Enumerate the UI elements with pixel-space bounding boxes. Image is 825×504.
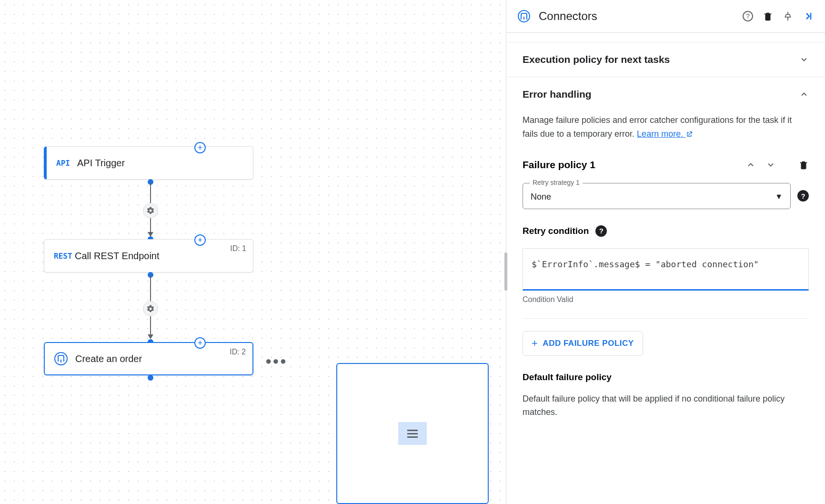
edge-settings-button[interactable] <box>143 203 158 218</box>
section-title: Execution policy for next tasks <box>523 54 670 65</box>
field-help-button[interactable]: ? <box>797 190 809 202</box>
retry-condition-input[interactable]: $`ErrorInfo`.message$ = "aborted connect… <box>523 248 809 291</box>
node-id: ID: 2 <box>230 348 246 356</box>
connector-arrow <box>148 334 153 339</box>
add-node-button[interactable]: + <box>194 234 206 246</box>
field-help-button[interactable]: ? <box>595 225 607 237</box>
node-create-order[interactable]: Create an order ID: 2 <box>44 342 253 375</box>
api-icon: API <box>56 159 70 168</box>
retry-condition-label: Retry condition ? <box>523 225 809 237</box>
chevron-down-icon <box>766 160 775 170</box>
add-node-button[interactable]: + <box>194 142 206 153</box>
section-execution-policy[interactable]: Execution policy for next tasks <box>506 42 825 77</box>
failure-policy-block: Failure policy 1 Retry strategy 1 None ▼… <box>523 158 809 420</box>
panel-header: Connectors ? <box>506 0 825 33</box>
rest-icon: REST <box>54 252 72 261</box>
help-button[interactable]: ? <box>742 10 754 22</box>
retry-strategy-select[interactable]: Retry strategy 1 None ▼ <box>523 183 791 209</box>
field-value: None <box>531 192 775 202</box>
panel-title: Connectors <box>539 10 734 23</box>
divider <box>523 318 809 319</box>
node-rest-endpoint[interactable]: REST Call REST Endpoint ID: 1 <box>44 239 253 272</box>
move-down-button[interactable] <box>764 158 777 171</box>
minimap-panel[interactable] <box>336 363 489 504</box>
node-label: API Trigger <box>77 158 125 169</box>
trash-icon <box>763 11 773 21</box>
plus-icon: + <box>532 337 538 350</box>
external-link-icon <box>685 131 693 138</box>
panel-body: Execution policy for next tasks Error ha… <box>506 33 825 504</box>
chevron-down-icon <box>799 55 809 64</box>
workflow-canvas[interactable]: API API Trigger + REST Call REST Endpoin… <box>0 0 506 504</box>
delete-policy-button[interactable] <box>798 160 809 170</box>
dropdown-arrow-icon: ▼ <box>775 192 783 201</box>
section-error-handling[interactable]: Error handling <box>506 77 825 111</box>
section-title: Error handling <box>523 89 592 100</box>
node-more-menu[interactable]: ●●● <box>266 351 287 372</box>
edge-settings-button[interactable] <box>143 301 158 316</box>
add-failure-policy-button[interactable]: + ADD FAILURE POLICY <box>523 331 643 356</box>
node-label: Call REST Endpoint <box>75 251 160 262</box>
pin-button[interactable] <box>782 10 794 22</box>
default-policy-title: Default failure policy <box>523 372 809 383</box>
section-description: Manage failure policies and error catche… <box>523 113 809 141</box>
condition-status: Condition Valid <box>523 295 809 304</box>
trash-icon <box>798 160 809 170</box>
failure-policy-title: Failure policy 1 <box>523 159 737 171</box>
connector-icon <box>518 10 530 22</box>
add-node-button[interactable]: + <box>194 337 206 349</box>
collapse-icon <box>802 10 814 22</box>
gear-icon <box>146 304 155 313</box>
chevron-up-icon <box>746 160 755 170</box>
learn-more-link[interactable]: Learn more. <box>637 129 693 139</box>
error-handling-content: Manage failure policies and error catche… <box>506 113 825 419</box>
gear-icon <box>146 206 155 215</box>
node-label: Create an order <box>75 353 142 364</box>
field-label: Retry strategy 1 <box>530 179 583 186</box>
connector-dot <box>148 375 153 381</box>
chevron-up-icon <box>799 90 809 99</box>
svg-text:?: ? <box>746 12 750 20</box>
move-up-button[interactable] <box>744 158 757 171</box>
help-icon: ? <box>742 10 754 22</box>
node-api-trigger[interactable]: API API Trigger <box>44 146 253 180</box>
pin-icon <box>783 11 793 21</box>
collapse-panel-button[interactable] <box>802 10 814 22</box>
scroll-handle[interactable] <box>504 252 507 291</box>
node-id: ID: 1 <box>230 244 246 253</box>
side-panel: Connectors ? Execution policy for next t… <box>506 0 825 504</box>
connector-icon <box>54 352 68 365</box>
drag-handle[interactable] <box>398 422 427 445</box>
delete-button[interactable] <box>762 10 774 22</box>
hamburger-icon <box>407 430 418 438</box>
default-policy-description: Default failure policy that will be appl… <box>523 392 809 420</box>
